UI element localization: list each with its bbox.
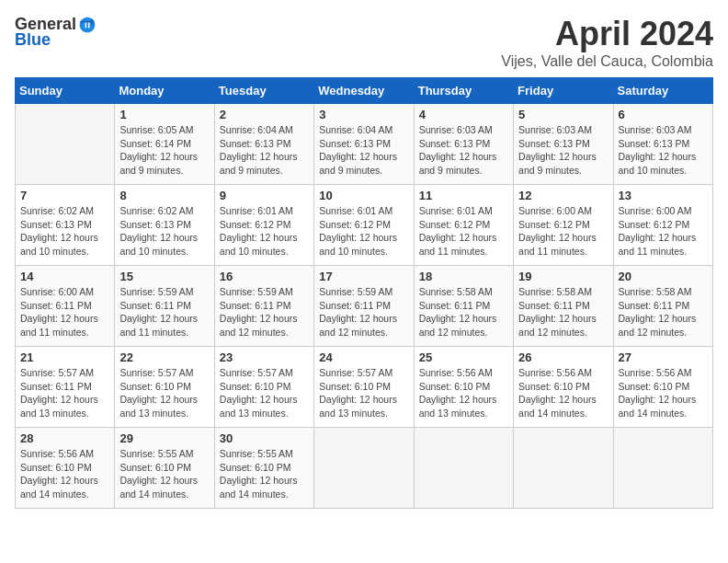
day-number: 23	[220, 350, 309, 364]
calendar-cell: 8Sunrise: 6:02 AM Sunset: 6:13 PM Daylig…	[115, 185, 214, 266]
calendar-cell	[514, 428, 613, 509]
calendar-cell: 2Sunrise: 6:04 AM Sunset: 6:13 PM Daylig…	[214, 104, 313, 185]
day-header-monday: Monday	[115, 78, 214, 104]
calendar-cell: 16Sunrise: 5:59 AM Sunset: 6:11 PM Dayli…	[214, 266, 313, 347]
calendar-cell: 4Sunrise: 6:03 AM Sunset: 6:13 PM Daylig…	[414, 104, 513, 185]
calendar-week-row: 14Sunrise: 6:00 AM Sunset: 6:11 PM Dayli…	[16, 266, 713, 347]
calendar-cell: 13Sunrise: 6:00 AM Sunset: 6:12 PM Dayli…	[613, 185, 712, 266]
day-number: 8	[119, 189, 209, 202]
calendar-cell: 29Sunrise: 5:55 AM Sunset: 6:10 PM Dayli…	[115, 428, 214, 509]
day-details: Sunrise: 5:55 AM Sunset: 6:10 PM Dayligh…	[220, 447, 309, 501]
day-details: Sunrise: 6:00 AM Sunset: 6:12 PM Dayligh…	[518, 204, 608, 259]
day-details: Sunrise: 5:56 AM Sunset: 6:10 PM Dayligh…	[419, 366, 508, 420]
calendar-cell: 21Sunrise: 5:57 AM Sunset: 6:11 PM Dayli…	[16, 347, 115, 428]
day-details: Sunrise: 6:03 AM Sunset: 6:13 PM Dayligh…	[419, 123, 508, 178]
calendar-table: SundayMondayTuesdayWednesdayThursdayFrid…	[15, 77, 713, 509]
day-details: Sunrise: 5:58 AM Sunset: 6:11 PM Dayligh…	[419, 285, 508, 339]
day-number: 25	[419, 350, 508, 364]
day-details: Sunrise: 5:55 AM Sunset: 6:10 PM Dayligh…	[119, 447, 209, 501]
day-header-thursday: Thursday	[414, 78, 513, 104]
day-number: 5	[518, 108, 608, 121]
calendar-cell	[414, 428, 513, 509]
day-number: 29	[119, 431, 209, 445]
day-details: Sunrise: 6:05 AM Sunset: 6:14 PM Dayligh…	[119, 123, 209, 178]
day-number: 21	[20, 350, 109, 364]
calendar-cell: 12Sunrise: 6:00 AM Sunset: 6:12 PM Dayli…	[514, 185, 613, 266]
calendar-cell: 7Sunrise: 6:02 AM Sunset: 6:13 PM Daylig…	[16, 185, 115, 266]
calendar-cell: 17Sunrise: 5:59 AM Sunset: 6:11 PM Dayli…	[314, 266, 414, 347]
day-number: 20	[619, 270, 708, 283]
calendar-cell: 28Sunrise: 5:56 AM Sunset: 6:10 PM Dayli…	[16, 428, 115, 509]
day-details: Sunrise: 6:03 AM Sunset: 6:13 PM Dayligh…	[619, 123, 708, 178]
calendar-cell: 10Sunrise: 6:01 AM Sunset: 6:12 PM Dayli…	[314, 185, 414, 266]
page-header: General Blue April 2024 Vijes, Valle del…	[15, 15, 713, 70]
calendar-cell	[16, 104, 115, 185]
calendar-cell: 15Sunrise: 5:59 AM Sunset: 6:11 PM Dayli…	[115, 266, 214, 347]
calendar-cell: 25Sunrise: 5:56 AM Sunset: 6:10 PM Dayli…	[414, 347, 513, 428]
day-details: Sunrise: 5:57 AM Sunset: 6:11 PM Dayligh…	[20, 366, 109, 420]
day-header-tuesday: Tuesday	[214, 78, 313, 104]
day-number: 1	[119, 108, 209, 121]
day-details: Sunrise: 6:02 AM Sunset: 6:13 PM Dayligh…	[119, 204, 209, 259]
day-details: Sunrise: 5:57 AM Sunset: 6:10 PM Dayligh…	[119, 366, 209, 420]
month-title: April 2024	[501, 15, 713, 53]
day-number: 7	[20, 189, 109, 202]
calendar-cell: 23Sunrise: 5:57 AM Sunset: 6:10 PM Dayli…	[214, 347, 313, 428]
day-details: Sunrise: 5:56 AM Sunset: 6:10 PM Dayligh…	[518, 366, 608, 420]
day-number: 14	[20, 270, 109, 283]
day-details: Sunrise: 5:56 AM Sunset: 6:10 PM Dayligh…	[20, 447, 109, 501]
calendar-cell: 14Sunrise: 6:00 AM Sunset: 6:11 PM Dayli…	[16, 266, 115, 347]
day-details: Sunrise: 5:59 AM Sunset: 6:11 PM Dayligh…	[220, 285, 309, 339]
day-details: Sunrise: 6:01 AM Sunset: 6:12 PM Dayligh…	[220, 204, 309, 259]
day-number: 19	[518, 270, 608, 283]
day-number: 3	[319, 108, 408, 121]
logo-blue: Blue	[15, 30, 51, 50]
day-details: Sunrise: 6:00 AM Sunset: 6:12 PM Dayligh…	[619, 204, 708, 259]
day-details: Sunrise: 5:59 AM Sunset: 6:11 PM Dayligh…	[319, 285, 408, 339]
calendar-cell: 5Sunrise: 6:03 AM Sunset: 6:13 PM Daylig…	[514, 104, 613, 185]
calendar-cell: 6Sunrise: 6:03 AM Sunset: 6:13 PM Daylig…	[613, 104, 712, 185]
day-number: 28	[20, 431, 109, 445]
day-details: Sunrise: 5:59 AM Sunset: 6:11 PM Dayligh…	[119, 285, 209, 339]
day-number: 22	[119, 350, 209, 364]
day-number: 12	[518, 189, 608, 202]
day-details: Sunrise: 5:57 AM Sunset: 6:10 PM Dayligh…	[319, 366, 408, 420]
calendar-week-row: 28Sunrise: 5:56 AM Sunset: 6:10 PM Dayli…	[16, 428, 713, 509]
day-details: Sunrise: 6:01 AM Sunset: 6:12 PM Dayligh…	[419, 204, 508, 259]
day-details: Sunrise: 5:58 AM Sunset: 6:11 PM Dayligh…	[518, 285, 608, 339]
calendar-cell: 18Sunrise: 5:58 AM Sunset: 6:11 PM Dayli…	[414, 266, 513, 347]
calendar-cell	[314, 428, 414, 509]
day-number: 18	[419, 270, 508, 283]
calendar-cell: 20Sunrise: 5:58 AM Sunset: 6:11 PM Dayli…	[613, 266, 712, 347]
day-number: 15	[119, 270, 209, 283]
title-block: April 2024 Vijes, Valle del Cauca, Colom…	[501, 15, 713, 70]
day-number: 6	[619, 108, 708, 121]
day-details: Sunrise: 6:00 AM Sunset: 6:11 PM Dayligh…	[20, 285, 109, 339]
day-header-wednesday: Wednesday	[314, 78, 414, 104]
day-number: 16	[220, 270, 309, 283]
day-number: 13	[619, 189, 708, 202]
day-details: Sunrise: 6:02 AM Sunset: 6:13 PM Dayligh…	[20, 204, 109, 259]
day-number: 4	[419, 108, 508, 121]
calendar-week-row: 21Sunrise: 5:57 AM Sunset: 6:11 PM Dayli…	[16, 347, 713, 428]
calendar-cell: 22Sunrise: 5:57 AM Sunset: 6:10 PM Dayli…	[115, 347, 214, 428]
calendar-cell: 27Sunrise: 5:56 AM Sunset: 6:10 PM Dayli…	[613, 347, 712, 428]
calendar-week-row: 7Sunrise: 6:02 AM Sunset: 6:13 PM Daylig…	[16, 185, 713, 266]
calendar-cell: 3Sunrise: 6:04 AM Sunset: 6:13 PM Daylig…	[314, 104, 414, 185]
day-number: 30	[220, 431, 309, 445]
day-details: Sunrise: 6:01 AM Sunset: 6:12 PM Dayligh…	[319, 204, 408, 259]
logo-icon	[78, 16, 97, 34]
day-details: Sunrise: 6:03 AM Sunset: 6:13 PM Dayligh…	[518, 123, 608, 178]
day-details: Sunrise: 5:58 AM Sunset: 6:11 PM Dayligh…	[619, 285, 708, 339]
day-number: 11	[419, 189, 508, 202]
calendar-cell: 11Sunrise: 6:01 AM Sunset: 6:12 PM Dayli…	[414, 185, 513, 266]
calendar-cell	[613, 428, 712, 509]
day-details: Sunrise: 6:04 AM Sunset: 6:13 PM Dayligh…	[220, 123, 309, 178]
logo: General Blue	[15, 15, 97, 50]
calendar-week-row: 1Sunrise: 6:05 AM Sunset: 6:14 PM Daylig…	[16, 104, 713, 185]
day-header-friday: Friday	[514, 78, 613, 104]
calendar-header-row: SundayMondayTuesdayWednesdayThursdayFrid…	[16, 78, 713, 104]
day-details: Sunrise: 6:04 AM Sunset: 6:13 PM Dayligh…	[319, 123, 408, 178]
calendar-cell: 26Sunrise: 5:56 AM Sunset: 6:10 PM Dayli…	[514, 347, 613, 428]
day-number: 26	[518, 350, 608, 364]
